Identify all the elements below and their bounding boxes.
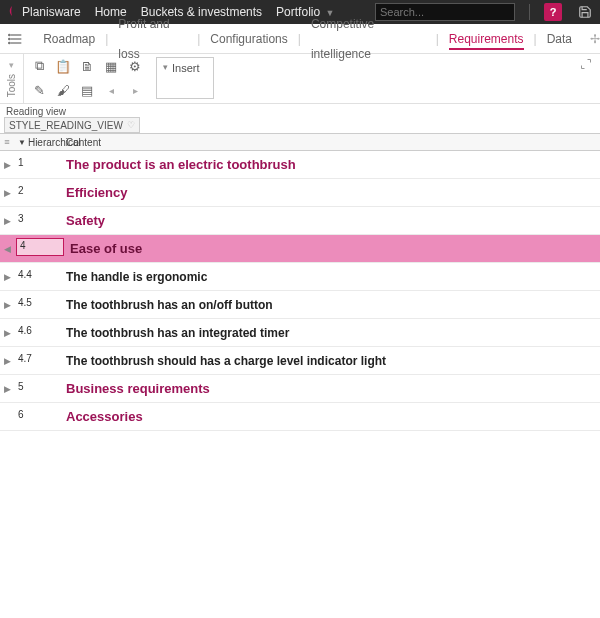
reading-view-chip[interactable]: STYLE_READING_VIEW ♡: [4, 117, 140, 133]
row-number: 4.7: [14, 351, 62, 366]
heart-icon: ♡: [127, 120, 135, 130]
tab-roadmap[interactable]: Roadmap: [33, 24, 105, 54]
reading-view-bar: Reading view STYLE_READING_VIEW ♡: [0, 104, 600, 133]
row-content: The toothbrush has an integrated timer: [62, 320, 600, 346]
row-number: 4: [16, 238, 64, 256]
hamburger-icon[interactable]: [4, 27, 27, 51]
row-content: Safety: [62, 207, 600, 234]
tab-profit-and-loss[interactable]: Profit and loss: [108, 9, 197, 69]
brand-icon: [6, 5, 18, 20]
svg-point-3: [8, 34, 9, 35]
row-expander-icon[interactable]: ▶: [0, 300, 14, 310]
tool-paste-icon[interactable]: 📋: [54, 57, 72, 75]
svg-point-5: [8, 42, 9, 43]
row-content: The handle is ergonomic: [62, 264, 600, 290]
row-number: 1: [14, 155, 62, 170]
tool-brush-icon[interactable]: 🖌: [54, 81, 72, 99]
table-row[interactable]: ▶3Safety: [0, 207, 600, 235]
table-row[interactable]: 6Accessories: [0, 403, 600, 431]
header-hierarchical[interactable]: ▼ Hierarchical: [14, 137, 62, 148]
module-tabs: Roadmap|Profit and loss|Configurations|C…: [0, 24, 600, 54]
header-content-label: Content: [66, 137, 101, 148]
row-content: Efficiency: [62, 179, 600, 206]
row-content: The toothbrush should has a charge level…: [62, 348, 600, 374]
row-expander-icon[interactable]: ◀: [0, 244, 14, 254]
row-expander-icon[interactable]: ▶: [0, 216, 14, 226]
row-expander-icon[interactable]: ▶: [0, 188, 14, 198]
table-row[interactable]: ▶2Efficiency: [0, 179, 600, 207]
row-content: Ease of use: [66, 235, 600, 262]
row-content: The product is an electric toothbrush: [62, 151, 600, 178]
table-row[interactable]: ◀4Ease of use: [0, 235, 600, 263]
tool-doc-icon[interactable]: 🗎: [78, 57, 96, 75]
row-expander-icon[interactable]: ▶: [0, 160, 14, 170]
tab-requirements[interactable]: Requirements: [439, 24, 534, 54]
row-number: 4.5: [14, 295, 62, 310]
tab-data[interactable]: Data: [537, 24, 582, 54]
header-content[interactable]: Content: [62, 137, 600, 148]
chevron-down-icon: ▼: [18, 138, 26, 147]
tool-right-icon[interactable]: ▸: [126, 81, 144, 99]
row-number: 3: [14, 211, 62, 226]
row-number: 4.6: [14, 323, 62, 338]
expand-icon[interactable]: [580, 58, 600, 73]
row-number: 4.4: [14, 267, 62, 282]
row-number: 2: [14, 183, 62, 198]
row-expander-icon[interactable]: ▶: [0, 384, 14, 394]
row-number: 6: [14, 407, 62, 422]
tab-configurations[interactable]: Configurations: [200, 24, 297, 54]
row-expander-icon[interactable]: ▶: [0, 272, 14, 282]
tools-sidebar-label: Tools: [6, 74, 17, 97]
tool-left-icon[interactable]: ◂: [102, 81, 120, 99]
reading-view-chip-text: STYLE_READING_VIEW: [9, 120, 123, 131]
table-row[interactable]: ▶4.4The handle is ergonomic: [0, 263, 600, 291]
row-content: Business requirements: [62, 375, 600, 402]
row-expander-icon[interactable]: ▶: [0, 356, 14, 366]
tool-table-icon[interactable]: ▤: [78, 81, 96, 99]
svg-point-4: [8, 38, 9, 39]
tab-competitive-intelligence[interactable]: Competitive intelligence: [301, 9, 436, 69]
grid-body: ▶1The product is an electric toothbrush▶…: [0, 151, 600, 431]
table-row[interactable]: ▶4.5The toothbrush has an on/off button: [0, 291, 600, 319]
row-content: The toothbrush has an on/off button: [62, 292, 600, 318]
tools-sidebar[interactable]: ▾ Tools: [0, 54, 24, 103]
table-row[interactable]: ▶4.7The toothbrush should has a charge l…: [0, 347, 600, 375]
collapse-icon: ▾: [9, 60, 14, 70]
row-expander-icon[interactable]: ▶: [0, 328, 14, 338]
tool-pencil-icon[interactable]: ✎: [30, 81, 48, 99]
row-number: 5: [14, 379, 62, 394]
add-tab-icon[interactable]: ✢: [590, 32, 600, 46]
reading-view-label: Reading view: [4, 104, 600, 117]
table-row[interactable]: ▶5Business requirements: [0, 375, 600, 403]
header-expander[interactable]: [0, 137, 14, 147]
table-row[interactable]: ▶1The product is an electric toothbrush: [0, 151, 600, 179]
grid-header: ▼ Hierarchical Content: [0, 133, 600, 151]
row-content: Accessories: [62, 403, 600, 430]
tool-copy-icon[interactable]: ⧉: [30, 57, 48, 75]
table-row[interactable]: ▶4.6The toothbrush has an integrated tim…: [0, 319, 600, 347]
